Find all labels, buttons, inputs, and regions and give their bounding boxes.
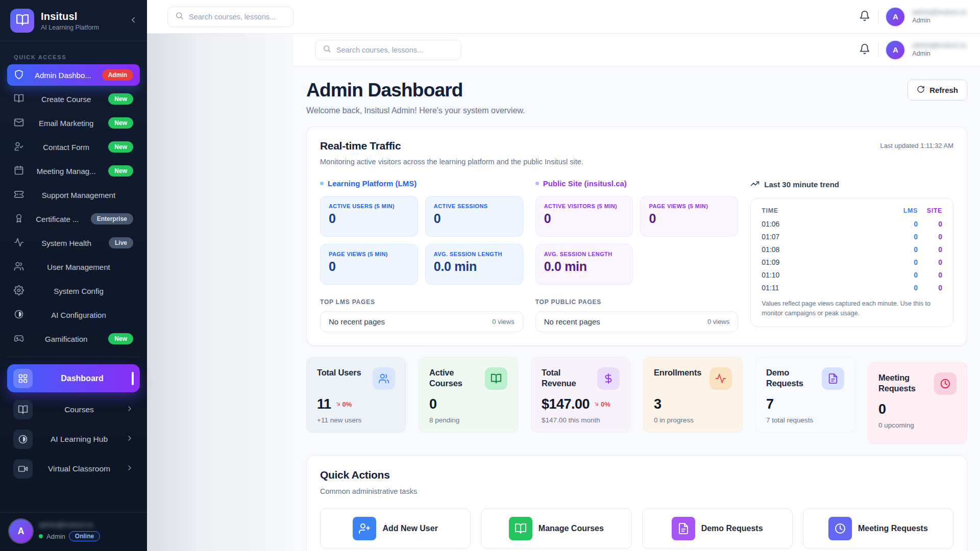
trend-row: 01:10 0 0 [762, 268, 942, 281]
file-text-icon [822, 367, 844, 390]
online-status-dot [39, 534, 43, 538]
trend-column: Last 30 minute trend TIME LMS SITE 01:06… [750, 179, 953, 332]
trend-row: 01:09 0 0 [762, 256, 942, 268]
public-site-column: Public Site (insitusl.ca) ACTIVE VISITOR… [535, 179, 739, 332]
sidebar-item-meeting-management[interactable]: Meeting Manag... New [7, 160, 140, 182]
demo-requests-button[interactable]: Demo Requests [642, 508, 793, 549]
content-search[interactable] [315, 40, 461, 60]
shield-icon [14, 69, 24, 81]
add-new-user-button[interactable]: Add New User [320, 508, 471, 549]
avatar[interactable]: A [886, 8, 904, 26]
sidebar-item-gamification[interactable]: Gamification New [7, 328, 140, 349]
chevron-right-icon [126, 405, 134, 415]
brand-name: Insitusl [41, 11, 99, 22]
book-open-icon [14, 93, 24, 105]
video-camera-icon [13, 459, 33, 479]
book-open-icon [13, 400, 33, 419]
sidebar-item-email-marketing[interactable]: Email Marketing New [7, 112, 140, 134]
meeting-requests-button[interactable]: Meeting Requests [803, 508, 953, 549]
enterprise-badge: Enterprise [91, 213, 133, 224]
refresh-icon [917, 85, 925, 95]
sidebar-item-courses[interactable]: Courses [7, 397, 140, 422]
sidebar-item-support-management[interactable]: Support Management [7, 184, 140, 206]
page-title: Admin Dashboard [306, 80, 463, 101]
sidebar-user-card[interactable]: A admin@insitusl.ca Admin Online [0, 512, 147, 551]
realtime-subtitle: Monitoring active visitors across the le… [320, 158, 953, 166]
quick-access-label: QUICK ACCESS [14, 54, 147, 60]
new-badge: New [108, 333, 133, 344]
kpi-stats-row: Total Users 11 0% +11 new users Act [306, 357, 967, 439]
dollar-icon [597, 367, 620, 390]
file-text-icon [672, 517, 695, 540]
new-badge: New [108, 165, 133, 177]
new-badge: New [108, 93, 133, 105]
trend-note: Values reflect page views captured each … [762, 299, 942, 319]
site-page-views-card: PAGE VIEWS (5 MIN) 0 [640, 196, 738, 237]
site-session-length-card: AVG. SESSION LENGTH 0.0 min [535, 244, 633, 285]
contrast-icon [14, 309, 24, 321]
book-open-icon [509, 517, 532, 540]
user-email: admin@insitusl.ca [912, 42, 966, 49]
trend-label: Last 30 minute trend [764, 180, 839, 189]
activity-icon [709, 367, 732, 390]
mail-icon [14, 117, 24, 129]
notifications-button[interactable] [859, 10, 870, 23]
top-header: A admin@insitusl.ca Admin [147, 0, 980, 34]
arrow-down-right-icon [335, 400, 341, 409]
quick-actions-card: Quick Actions Common administrative task… [306, 455, 967, 551]
sidebar-item-certificates[interactable]: Certificate ... Enterprise [7, 208, 140, 230]
manage-courses-button[interactable]: Manage Courses [481, 508, 631, 549]
contrast-icon [13, 430, 33, 449]
notifications-button[interactable] [859, 43, 870, 56]
lms-active-sessions-card: ACTIVE SESSIONS 0 [425, 196, 523, 237]
sidebar-item-admin-dashboard[interactable]: Admin Dashbo... Admin [7, 64, 140, 86]
sidebar-item-create-course[interactable]: Create Course New [7, 88, 140, 110]
site-active-visitors-card: ACTIVE VISITORS (5 MIN) 0 [535, 196, 633, 237]
search-input[interactable] [189, 13, 286, 21]
delta-down-badge: 0% [335, 400, 352, 409]
lms-page-views-card: PAGE VIEWS (5 MIN) 0 [320, 244, 418, 285]
active-courses-card: Active Courses 0 8 pending [419, 357, 518, 433]
users-icon [14, 261, 24, 273]
user-email: admin@insitusl.ca [912, 9, 966, 16]
new-badge: New [108, 117, 133, 129]
ticket-icon [14, 189, 24, 201]
sidebar-item-contact-form[interactable]: Contact Form New [7, 136, 140, 158]
sidebar-item-dashboard[interactable]: Dashboard [7, 364, 140, 392]
sidebar-collapse-button[interactable] [129, 15, 138, 26]
delta-down-badge: 0% [593, 400, 610, 409]
sidebar-item-system-config[interactable]: System Config [7, 280, 140, 302]
user-role: Admin [912, 51, 966, 58]
admin-badge: Admin [102, 69, 133, 81]
avatar[interactable]: A [886, 41, 904, 59]
search-input[interactable] [336, 46, 433, 54]
content-header: A admin@insitusl.ca Admin [293, 34, 980, 66]
sidebar-item-virtual-classroom[interactable]: Virtual Classroom [7, 457, 140, 481]
site-column-label: Public Site (insitusl.ca) [543, 179, 627, 188]
new-badge: New [108, 141, 133, 153]
brand-header: Insitusl AI Learning Platform [0, 0, 147, 41]
enrollments-card: Enrollments 3 0 in progress [643, 357, 743, 433]
quick-actions-subtitle: Common administrative tasks [320, 487, 953, 495]
sidebar-item-ai-learning-hub[interactable]: AI Learning Hub [7, 427, 140, 452]
top-lms-pages-label: TOP LMS PAGES [320, 298, 523, 306]
trend-row: 01:07 0 0 [762, 230, 942, 243]
meeting-requests-card: Meeting Requests 0 0 upcoming [868, 362, 967, 444]
arrow-down-right-icon [593, 400, 600, 409]
users-icon [373, 367, 395, 390]
sidebar: Insitusl AI Learning Platform QUICK ACCE… [0, 0, 147, 551]
user-check-icon [14, 141, 24, 153]
bell-icon [859, 10, 870, 23]
global-search[interactable] [167, 7, 293, 27]
sidebar-item-user-management[interactable]: User Management [7, 256, 140, 278]
refresh-button[interactable]: Refresh [908, 80, 967, 101]
book-logo-icon [16, 13, 29, 29]
last-updated: Last updated 1:11:32 AM [880, 140, 953, 149]
sidebar-item-system-health[interactable]: System Health Live [7, 232, 140, 254]
header-divider [878, 42, 878, 58]
search-icon [175, 11, 184, 22]
background-gutter [147, 34, 293, 551]
sidebar-item-ai-configuration[interactable]: AI Configuration [7, 304, 140, 325]
chevron-right-icon [126, 434, 134, 444]
active-indicator-bar [132, 372, 134, 385]
